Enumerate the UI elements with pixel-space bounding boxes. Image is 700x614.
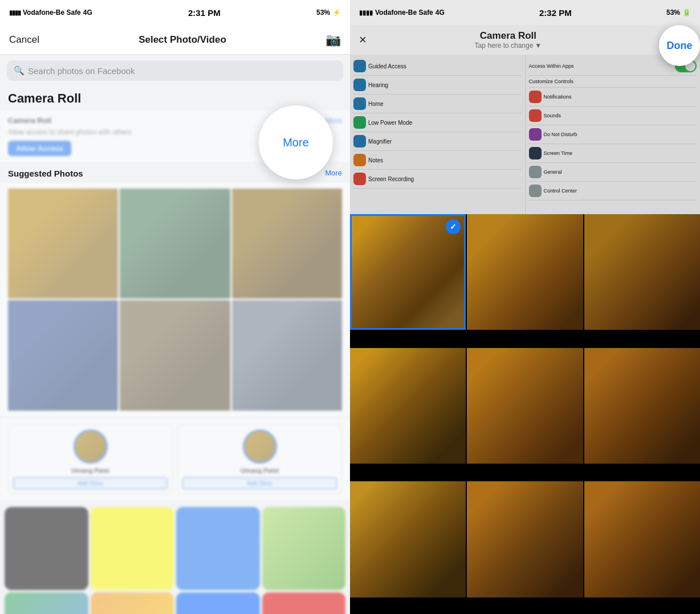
settings-col-right: Access Within Apps Customize Controls No…	[526, 55, 701, 214]
done-button[interactable]: Done	[659, 25, 700, 66]
battery-icon-left: ⚡	[332, 9, 341, 17]
right-nav-bar: × Camera Roll Tap here to change ▼	[350, 25, 700, 55]
sounds-label: Sounds	[544, 113, 561, 118]
time-left: 2:31 PM	[188, 8, 221, 18]
home-label: Home	[368, 101, 384, 107]
settings-item-hearing: Hearing	[353, 76, 522, 95]
dropbox-icon	[176, 592, 260, 614]
sounds-icon	[529, 109, 542, 122]
scooby-img-1	[352, 216, 464, 328]
cc-label: Control Center	[544, 188, 577, 194]
cc-icon	[529, 185, 542, 197]
general-icon	[529, 166, 542, 178]
settings-item-sounds: Sounds	[529, 107, 697, 125]
suggested-photos-section	[0, 183, 350, 416]
settings-item-notes: Notes	[353, 151, 522, 170]
dnd-icon	[529, 128, 542, 141]
notif-label: Notifications	[544, 94, 572, 100]
app-icon-4	[262, 507, 346, 591]
settings-item-lowpower: Low Power Mode	[353, 113, 522, 132]
time-right: 2:32 PM	[539, 8, 572, 18]
home-icon	[353, 97, 366, 110]
photo-thumb-4[interactable]	[8, 300, 118, 410]
photo-cell-9[interactable]	[584, 481, 700, 597]
settings-item-screen-rec: Screen Recording	[353, 170, 522, 189]
lowpower-label: Low Power Mode	[368, 120, 412, 126]
add-story-btn-2[interactable]: Add Story	[182, 477, 337, 489]
photo-thumb-5[interactable]	[120, 300, 230, 410]
search-placeholder: Search photos on Facebook	[28, 66, 135, 76]
scooby-img-4	[350, 348, 466, 464]
screenrec-icon	[353, 173, 366, 185]
right-nav-subtitle: Tap here to change ▼	[475, 42, 542, 50]
fb-icon	[176, 507, 260, 591]
magnifier-icon	[353, 135, 366, 148]
guided-access-label: Guided Access	[368, 63, 406, 69]
photo-cell-8[interactable]	[467, 481, 583, 597]
photo-thumb-6[interactable]	[232, 300, 342, 410]
carrier-right: Vodafone-Be Safe	[375, 9, 433, 17]
scooby-img-9	[584, 481, 700, 597]
left-status-left: ▮▮▮▮ Vodafone-Be Safe 4G	[9, 9, 92, 17]
photo-cell-3[interactable]	[584, 214, 700, 330]
profile-card-1: Umang Patel Add Story	[8, 424, 173, 494]
app-grid	[0, 502, 350, 614]
more-label[interactable]: More	[283, 136, 309, 149]
photo-cell-6[interactable]	[584, 348, 700, 464]
settings-item-magnifier: Magnifier	[353, 132, 522, 151]
close-button[interactable]: ×	[359, 32, 367, 47]
network-left: 4G	[83, 9, 92, 17]
access-within-label: Access Within Apps	[529, 63, 673, 69]
camera-roll-label: Camera Roll	[8, 116, 51, 125]
settings-item-guided: Guided Access	[353, 57, 522, 76]
cancel-button[interactable]: Cancel	[9, 34, 39, 46]
photo-cell-2[interactable]	[467, 214, 583, 330]
dnd-label: Do Not Disturb	[544, 132, 577, 137]
network-right: 4G	[436, 9, 445, 17]
snapchat-icon	[91, 507, 174, 591]
allow-access-button[interactable]: Allow Access	[8, 141, 71, 156]
search-bar[interactable]: 🔍 Search photos on Facebook	[7, 60, 343, 81]
suggested-more[interactable]: More	[325, 169, 342, 177]
profile-name-2: Umang Patel	[182, 467, 337, 474]
tiktok-icon	[5, 507, 88, 591]
fb-profile-section: Umang Patel Add Story Umang Patel Add St…	[0, 419, 350, 500]
settings-item-dnd: Do Not Disturb	[529, 125, 697, 144]
notif-icon	[529, 91, 542, 103]
photo-cell-1[interactable]: ✓	[350, 214, 466, 330]
left-status-bar: ▮▮▮▮ Vodafone-Be Safe 4G 2:31 PM 53% ⚡	[0, 0, 350, 25]
scooby-img-5	[467, 348, 583, 464]
add-story-btn-1[interactable]: Add Story	[13, 477, 168, 489]
photo-grid	[8, 189, 342, 411]
right-status-bar: ▮▮▮▮ Vodafone-Be Safe 4G 2:32 PM 53% 🔋	[350, 0, 700, 25]
app-grid-section	[0, 502, 350, 614]
photo-thumb-3[interactable]	[232, 189, 342, 298]
photo-cell-5[interactable]	[467, 348, 583, 464]
photo-thumb-1[interactable]	[8, 189, 118, 298]
notes-label: Notes	[368, 157, 383, 163]
camera-icon[interactable]: 📷	[325, 32, 341, 47]
battery-icon-right: 🔋	[682, 9, 691, 17]
chevron-down-icon: ▼	[535, 42, 542, 50]
more-bubble[interactable]: More	[259, 105, 333, 179]
vodafone-icon	[262, 592, 346, 614]
scooby-img-3	[584, 214, 700, 330]
customize-label: Customize Controls	[529, 79, 574, 84]
photo-cell-4[interactable]	[350, 348, 466, 464]
photo-cell-7[interactable]	[350, 481, 466, 597]
settings-item-cc: Control Center	[529, 182, 697, 200]
battery-right: 53%	[666, 9, 680, 17]
guided-access-icon	[353, 60, 366, 72]
settings-item-screentime: Screen Time	[529, 144, 697, 163]
signal-icon-right: ▮▮▮▮	[359, 9, 373, 17]
profile-card-2: Umang Patel Add Story	[177, 424, 342, 494]
settings-item-home: Home	[353, 95, 522, 113]
done-label[interactable]: Done	[667, 40, 693, 52]
avatar-1	[74, 429, 108, 464]
scooby-img-7	[350, 481, 466, 597]
photo-thumb-2[interactable]	[120, 189, 230, 298]
search-icon: 🔍	[14, 66, 25, 76]
left-nav-title: Select Photo/Video	[139, 34, 226, 46]
magnifier-label: Magnifier	[368, 138, 392, 145]
scooby-img-8	[467, 481, 583, 597]
